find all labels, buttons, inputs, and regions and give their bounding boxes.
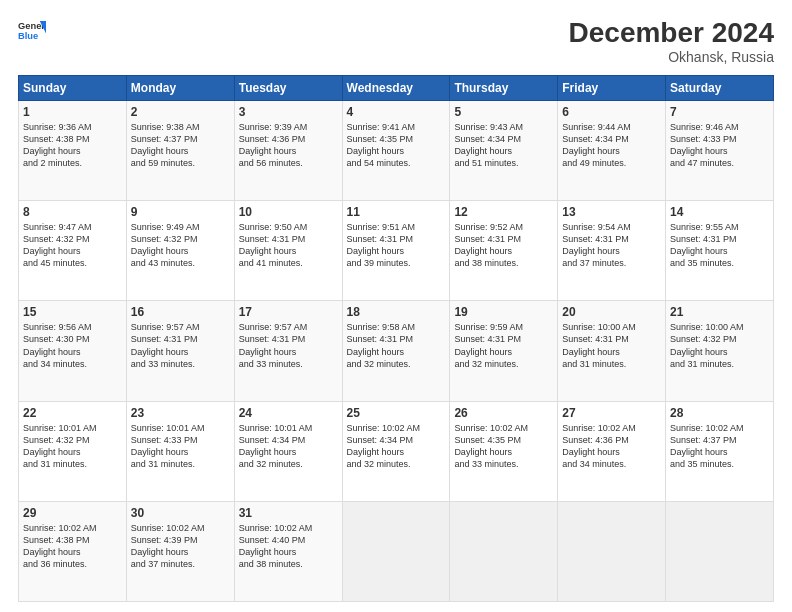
table-row: 17 Sunrise: 9:57 AMSunset: 4:31 PMDaylig… [234, 301, 342, 401]
col-sunday: Sunday [19, 75, 127, 100]
col-tuesday: Tuesday [234, 75, 342, 100]
table-row: 1 Sunrise: 9:36 AMSunset: 4:38 PMDayligh… [19, 100, 127, 200]
table-row: 6 Sunrise: 9:44 AMSunset: 4:34 PMDayligh… [558, 100, 666, 200]
table-row: 14 Sunrise: 9:55 AMSunset: 4:31 PMDaylig… [666, 201, 774, 301]
empty-cell [342, 501, 450, 601]
header: General Blue December 2024 Okhansk, Russ… [18, 18, 774, 65]
table-row: 19 Sunrise: 9:59 AMSunset: 4:31 PMDaylig… [450, 301, 558, 401]
page-container: General Blue December 2024 Okhansk, Russ… [0, 0, 792, 612]
table-row: 2 Sunrise: 9:38 AMSunset: 4:37 PMDayligh… [126, 100, 234, 200]
calendar-week-4: 22 Sunrise: 10:01 AMSunset: 4:32 PMDayli… [19, 401, 774, 501]
calendar-table: Sunday Monday Tuesday Wednesday Thursday… [18, 75, 774, 602]
table-row: 10 Sunrise: 9:50 AMSunset: 4:31 PMDaylig… [234, 201, 342, 301]
calendar-week-3: 15 Sunrise: 9:56 AMSunset: 4:30 PMDaylig… [19, 301, 774, 401]
table-row: 26 Sunrise: 10:02 AMSunset: 4:35 PMDayli… [450, 401, 558, 501]
calendar-week-2: 8 Sunrise: 9:47 AMSunset: 4:32 PMDayligh… [19, 201, 774, 301]
table-row: 8 Sunrise: 9:47 AMSunset: 4:32 PMDayligh… [19, 201, 127, 301]
table-row: 15 Sunrise: 9:56 AMSunset: 4:30 PMDaylig… [19, 301, 127, 401]
table-row: 18 Sunrise: 9:58 AMSunset: 4:31 PMDaylig… [342, 301, 450, 401]
col-thursday: Thursday [450, 75, 558, 100]
table-row: 11 Sunrise: 9:51 AMSunset: 4:31 PMDaylig… [342, 201, 450, 301]
table-row: 29 Sunrise: 10:02 AMSunset: 4:38 PMDayli… [19, 501, 127, 601]
table-row: 5 Sunrise: 9:43 AMSunset: 4:34 PMDayligh… [450, 100, 558, 200]
empty-cell [558, 501, 666, 601]
table-row: 20 Sunrise: 10:00 AMSunset: 4:31 PMDayli… [558, 301, 666, 401]
col-monday: Monday [126, 75, 234, 100]
table-row: 23 Sunrise: 10:01 AMSunset: 4:33 PMDayli… [126, 401, 234, 501]
table-row: 27 Sunrise: 10:02 AMSunset: 4:36 PMDayli… [558, 401, 666, 501]
logo: General Blue [18, 18, 46, 46]
table-row: 24 Sunrise: 10:01 AMSunset: 4:34 PMDayli… [234, 401, 342, 501]
table-row: 13 Sunrise: 9:54 AMSunset: 4:31 PMDaylig… [558, 201, 666, 301]
subtitle: Okhansk, Russia [569, 49, 774, 65]
table-row: 12 Sunrise: 9:52 AMSunset: 4:31 PMDaylig… [450, 201, 558, 301]
logo-icon: General Blue [18, 18, 46, 46]
col-friday: Friday [558, 75, 666, 100]
table-row: 16 Sunrise: 9:57 AMSunset: 4:31 PMDaylig… [126, 301, 234, 401]
calendar-week-5: 29 Sunrise: 10:02 AMSunset: 4:38 PMDayli… [19, 501, 774, 601]
svg-text:Blue: Blue [18, 31, 38, 41]
table-row: 28 Sunrise: 10:02 AMSunset: 4:37 PMDayli… [666, 401, 774, 501]
table-row: 3 Sunrise: 9:39 AMSunset: 4:36 PMDayligh… [234, 100, 342, 200]
table-row: 4 Sunrise: 9:41 AMSunset: 4:35 PMDayligh… [342, 100, 450, 200]
table-row: 9 Sunrise: 9:49 AMSunset: 4:32 PMDayligh… [126, 201, 234, 301]
table-row: 7 Sunrise: 9:46 AMSunset: 4:33 PMDayligh… [666, 100, 774, 200]
table-row: 22 Sunrise: 10:01 AMSunset: 4:32 PMDayli… [19, 401, 127, 501]
calendar-header-row: Sunday Monday Tuesday Wednesday Thursday… [19, 75, 774, 100]
table-row: 25 Sunrise: 10:02 AMSunset: 4:34 PMDayli… [342, 401, 450, 501]
title-section: December 2024 Okhansk, Russia [569, 18, 774, 65]
col-saturday: Saturday [666, 75, 774, 100]
empty-cell [666, 501, 774, 601]
table-row: 31 Sunrise: 10:02 AMSunset: 4:40 PMDayli… [234, 501, 342, 601]
calendar-week-1: 1 Sunrise: 9:36 AMSunset: 4:38 PMDayligh… [19, 100, 774, 200]
empty-cell [450, 501, 558, 601]
month-title: December 2024 [569, 18, 774, 49]
col-wednesday: Wednesday [342, 75, 450, 100]
table-row: 30 Sunrise: 10:02 AMSunset: 4:39 PMDayli… [126, 501, 234, 601]
table-row: 21 Sunrise: 10:00 AMSunset: 4:32 PMDayli… [666, 301, 774, 401]
